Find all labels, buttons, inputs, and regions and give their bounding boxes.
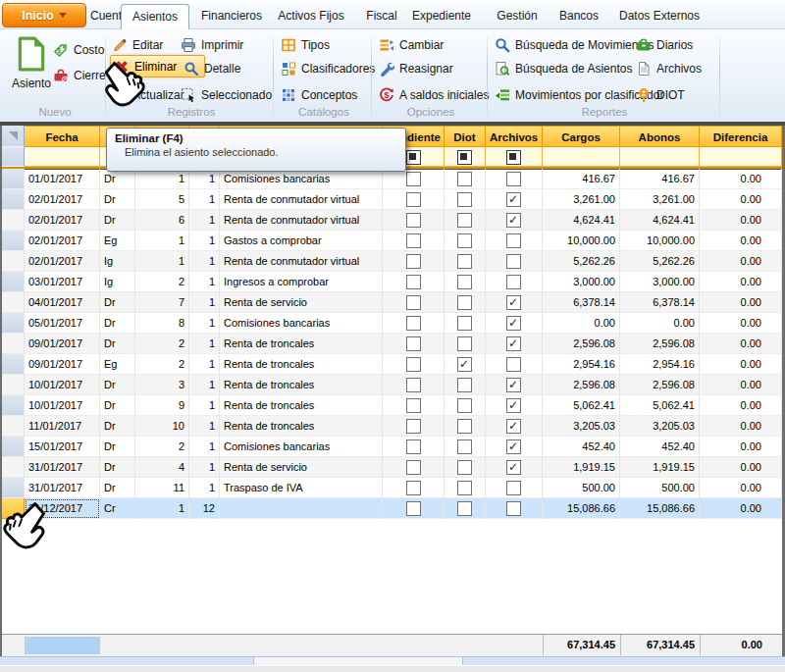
cell-n2[interactable]: 1 xyxy=(189,251,220,272)
cell-concepto[interactable]: Gastos a comprobar xyxy=(220,231,383,251)
cell-abonos[interactable]: 3,261.00 xyxy=(620,189,700,210)
cell-fecha[interactable]: 15/01/2017 xyxy=(25,437,100,457)
imprimir-button[interactable]: Imprimir xyxy=(181,35,243,55)
table-row[interactable]: 02/01/2017Dr61Renta de conmutador virtua… xyxy=(2,210,782,231)
cell-tipo[interactable]: Eg xyxy=(100,231,135,251)
cell-pendiente[interactable] xyxy=(383,189,445,210)
row-header[interactable] xyxy=(2,251,25,272)
diot-checkbox[interactable] xyxy=(457,439,472,454)
cell-dif[interactable]: 0.00 xyxy=(700,354,782,375)
cell-concepto[interactable]: Ingresos a comprobar xyxy=(220,272,383,292)
row-header[interactable] xyxy=(2,272,25,292)
archivos-checkbox[interactable] xyxy=(506,295,521,310)
cell-cargos[interactable]: 5,262.26 xyxy=(543,251,620,272)
archivos-checkbox[interactable] xyxy=(506,501,521,516)
cell-abonos[interactable]: 2,954.16 xyxy=(620,354,700,375)
cell-dif[interactable]: 0.00 xyxy=(700,437,782,457)
cell-pendiente[interactable] xyxy=(383,231,445,251)
cell-abonos[interactable]: 6,378.14 xyxy=(620,292,700,313)
filter-checkbox-diot[interactable] xyxy=(457,150,472,165)
cell-abonos[interactable]: 3,205.03 xyxy=(620,416,700,437)
table-row[interactable]: 01/01/2017Dr11Comisiones bancarias416.67… xyxy=(2,169,782,189)
cell-cargos[interactable]: 1,919.15 xyxy=(543,457,620,478)
cell-diot[interactable] xyxy=(445,334,486,354)
table-row[interactable]: 09/01/2017Eg21Renta de troncales2,954.16… xyxy=(2,354,782,375)
tab-expediente[interactable]: Expediente xyxy=(409,4,474,28)
cell-cargos[interactable]: 6,378.14 xyxy=(543,292,620,313)
diot-checkbox[interactable] xyxy=(457,295,472,310)
busqueda-asientos-button[interactable]: Búsqueda de Asientos xyxy=(495,59,632,78)
cell-concepto[interactable]: Comisiones bancarias xyxy=(220,169,383,189)
table-row[interactable]: 03/01/2017Ig21Ingresos a comprobar3,000.… xyxy=(2,272,782,292)
table-row[interactable]: 04/01/2017Dr71Renta de servicio6,378.146… xyxy=(2,292,782,313)
archivos-checkbox[interactable] xyxy=(506,192,521,207)
cell-dif[interactable]: 0.00 xyxy=(700,457,782,478)
filter-checkbox-archivos[interactable] xyxy=(506,150,521,165)
table-row[interactable]: 09/01/2017Dr21Renta de troncales2,596.08… xyxy=(2,334,782,354)
tab-fiscal[interactable]: Fiscal xyxy=(362,4,401,28)
cell-concepto[interactable]: Renta de conmutador virtual xyxy=(220,189,383,210)
cell-n2[interactable]: 1 xyxy=(189,313,220,334)
cell-abonos[interactable]: 416.67 xyxy=(620,169,700,189)
table-row[interactable]: 02/01/2017Dr51Renta de conmutador virtua… xyxy=(2,189,782,210)
cell-fecha[interactable]: 02/01/2017 xyxy=(25,189,100,210)
row-header[interactable] xyxy=(2,189,25,210)
cell-fecha[interactable]: 10/01/2017 xyxy=(25,375,100,395)
cell-n1[interactable]: 1 xyxy=(135,498,189,519)
nuevo-asiento-button[interactable]: Asiento xyxy=(8,33,55,106)
cell-diot[interactable] xyxy=(445,251,486,272)
pendiente-checkbox[interactable] xyxy=(406,398,421,413)
column-header-diot[interactable]: Diot xyxy=(445,126,486,147)
table-row[interactable]: 02/01/2017Eg11Gastos a comprobar10,000.0… xyxy=(2,231,782,251)
cell-cargos[interactable]: 10,000.00 xyxy=(543,231,620,251)
cell-dif[interactable]: 0.00 xyxy=(700,169,782,189)
cell-n1[interactable]: 2 xyxy=(135,272,189,292)
cell-n2[interactable]: 1 xyxy=(189,478,220,498)
table-row[interactable]: 31/01/2017Dr41Renta de servicio1,919.151… xyxy=(2,457,782,478)
cell-tipo[interactable]: Eg xyxy=(100,354,135,375)
diot-checkbox[interactable] xyxy=(457,460,472,475)
cell-concepto[interactable]: Renta de troncales xyxy=(220,416,383,437)
table-row[interactable]: 10/01/2017Dr31Renta de troncales2,596.08… xyxy=(2,375,782,395)
cell-concepto[interactable]: Renta de conmutador virtual xyxy=(220,251,383,272)
cell-n2[interactable]: 1 xyxy=(189,395,220,416)
filter-dif[interactable] xyxy=(700,147,782,167)
filter-fecha[interactable] xyxy=(25,147,100,167)
cell-n2[interactable]: 1 xyxy=(189,292,220,313)
cell-fecha[interactable]: 02/01/2017 xyxy=(25,251,100,272)
cell-fecha[interactable]: 09/01/2017 xyxy=(25,354,100,375)
cell-archivos[interactable] xyxy=(486,251,543,272)
cell-pendiente[interactable] xyxy=(383,457,445,478)
cell-dif[interactable]: 0.00 xyxy=(700,189,782,210)
tab-bancos[interactable]: Bancos xyxy=(555,4,602,28)
cell-abonos[interactable]: 4,624.41 xyxy=(620,210,700,231)
pendiente-checkbox[interactable] xyxy=(406,419,421,434)
cell-pendiente[interactable] xyxy=(383,292,445,313)
row-header[interactable] xyxy=(2,375,25,395)
cell-cargos[interactable]: 2,596.08 xyxy=(543,375,620,395)
pendiente-checkbox[interactable] xyxy=(406,192,421,207)
cell-pendiente[interactable] xyxy=(383,334,445,354)
cell-archivos[interactable] xyxy=(486,292,543,313)
cell-pendiente[interactable] xyxy=(383,313,445,334)
cell-abonos[interactable]: 0.00 xyxy=(620,313,700,334)
diot-checkbox[interactable] xyxy=(457,419,472,434)
cell-dif[interactable]: 0.00 xyxy=(700,498,782,519)
cell-pendiente[interactable] xyxy=(383,498,445,519)
cell-archivos[interactable] xyxy=(486,375,543,395)
cell-fecha[interactable]: 31/01/2017 xyxy=(25,478,100,498)
pendiente-checkbox[interactable] xyxy=(406,357,421,372)
cell-diot[interactable] xyxy=(445,437,486,457)
diot-checkbox[interactable] xyxy=(457,398,472,413)
row-header[interactable] xyxy=(2,292,25,313)
cell-tipo[interactable]: Ig xyxy=(100,272,135,292)
diot-checkbox[interactable] xyxy=(457,254,472,269)
cell-archivos[interactable] xyxy=(486,478,543,498)
cell-n1[interactable]: 10 xyxy=(135,416,189,437)
pendiente-checkbox[interactable] xyxy=(406,501,421,516)
cell-n1[interactable]: 2 xyxy=(135,437,189,457)
cell-diot[interactable] xyxy=(445,375,486,395)
cell-pendiente[interactable] xyxy=(383,395,445,416)
cell-n1[interactable]: 5 xyxy=(135,189,189,210)
cell-dif[interactable]: 0.00 xyxy=(700,272,782,292)
